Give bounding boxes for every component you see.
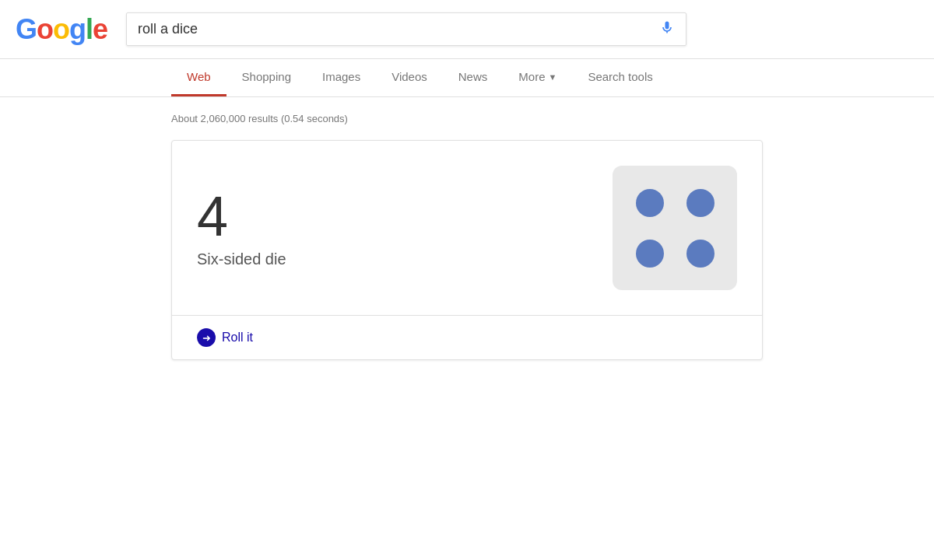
- nav-tabs: Web Shopping Images Videos News More ▼ S…: [0, 59, 934, 97]
- dice-dot-3: [636, 240, 664, 268]
- roll-icon: [197, 328, 216, 347]
- microphone-icon[interactable]: [659, 19, 675, 39]
- roll-it-button[interactable]: Roll it: [197, 316, 737, 359]
- dice-card-body: 4 Six-sided die: [197, 166, 737, 290]
- dice-number: 4: [197, 188, 286, 244]
- dice-dot-2: [686, 189, 715, 217]
- dice-result: 4 Six-sided die: [197, 188, 286, 268]
- chevron-down-icon: ▼: [548, 72, 557, 82]
- results-area: About 2,060,000 results (0.54 seconds) 4…: [0, 97, 934, 376]
- dice-card: 4 Six-sided die Roll it: [171, 140, 763, 360]
- header: Google roll a dice: [0, 0, 934, 59]
- tab-news[interactable]: News: [443, 59, 504, 96]
- tab-more[interactable]: More ▼: [503, 59, 572, 96]
- dice-face: [613, 166, 737, 290]
- tab-search-tools[interactable]: Search tools: [572, 59, 668, 96]
- results-count: About 2,060,000 results (0.54 seconds): [171, 113, 763, 124]
- search-bar: roll a dice: [126, 12, 686, 46]
- search-input[interactable]: roll a dice: [138, 21, 650, 37]
- dice-dot-1: [636, 189, 664, 217]
- dice-dot-4: [686, 240, 715, 268]
- tab-videos[interactable]: Videos: [376, 59, 443, 96]
- roll-it-label: Roll it: [222, 331, 253, 345]
- dice-label: Six-sided die: [197, 250, 286, 268]
- google-logo[interactable]: Google: [16, 13, 107, 46]
- tab-shopping[interactable]: Shopping: [226, 59, 307, 96]
- tab-images[interactable]: Images: [307, 59, 376, 96]
- tab-web[interactable]: Web: [171, 59, 226, 96]
